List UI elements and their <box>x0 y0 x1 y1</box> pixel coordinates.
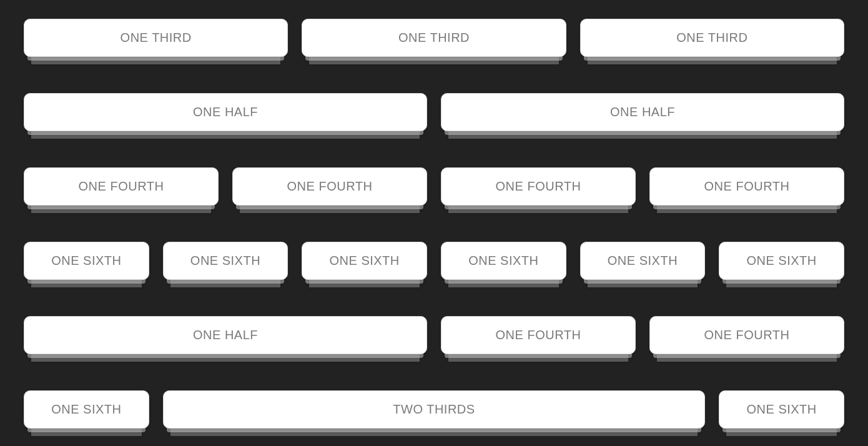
grid-column-one-half: ONE HALF <box>24 316 427 354</box>
column-label: ONE SIXTH <box>746 254 816 267</box>
grid-column-one-sixth: ONE SIXTH <box>580 242 706 280</box>
grid-row: ONE SIXTH ONE SIXTH ONE SIXTH ONE SIXTH … <box>24 242 844 280</box>
grid-column-one-fourth: ONE FOURTH <box>24 167 219 206</box>
column-label: ONE HALF <box>193 328 258 342</box>
grid-demo-container: ONE THIRD ONE THIRD ONE THIRD ONE HALF O… <box>24 19 844 429</box>
grid-column-one-fourth: ONE FOURTH <box>649 316 844 354</box>
column-label: ONE FOURTH <box>704 328 790 342</box>
grid-column-one-half: ONE HALF <box>24 93 427 131</box>
grid-row: ONE SIXTH TWO THIRDS ONE SIXTH <box>24 390 844 429</box>
column-label: ONE SIXTH <box>51 254 121 267</box>
column-label: ONE FOURTH <box>496 328 581 342</box>
grid-row: ONE HALF ONE HALF <box>24 93 844 131</box>
column-label: ONE SIXTH <box>468 254 538 267</box>
grid-row: ONE THIRD ONE THIRD ONE THIRD <box>24 19 844 57</box>
grid-column-one-fourth: ONE FOURTH <box>441 316 636 354</box>
column-label: ONE SIXTH <box>190 254 260 267</box>
column-label: ONE HALF <box>193 105 258 119</box>
column-label: ONE HALF <box>610 105 675 119</box>
column-label: ONE SIXTH <box>51 402 121 416</box>
column-label: ONE FOURTH <box>704 179 790 193</box>
column-label: ONE FOURTH <box>79 179 164 193</box>
column-label: ONE FOURTH <box>287 179 373 193</box>
column-label: ONE SIXTH <box>608 254 678 267</box>
column-label: TWO THIRDS <box>393 402 475 416</box>
column-label: ONE THIRD <box>676 31 747 44</box>
grid-column-one-sixth: ONE SIXTH <box>441 242 566 280</box>
column-label: ONE SIXTH <box>329 254 399 267</box>
grid-column-one-fourth: ONE FOURTH <box>441 167 636 206</box>
column-label: ONE FOURTH <box>496 179 581 193</box>
grid-column-two-thirds: TWO THIRDS <box>163 390 706 429</box>
grid-column-one-sixth: ONE SIXTH <box>163 242 289 280</box>
grid-column-one-sixth: ONE SIXTH <box>302 242 427 280</box>
grid-row: ONE FOURTH ONE FOURTH ONE FOURTH ONE FOU… <box>24 167 844 206</box>
column-label: ONE THIRD <box>398 31 470 44</box>
grid-column-one-sixth: ONE SIXTH <box>719 242 844 280</box>
grid-row: ONE HALF ONE FOURTH ONE FOURTH <box>24 316 844 354</box>
grid-column-one-third: ONE THIRD <box>580 19 844 57</box>
grid-column-one-sixth: ONE SIXTH <box>24 242 149 280</box>
column-label: ONE THIRD <box>121 31 192 44</box>
grid-column-one-fourth: ONE FOURTH <box>649 167 844 206</box>
grid-column-one-sixth: ONE SIXTH <box>24 390 149 429</box>
grid-column-one-half: ONE HALF <box>441 93 844 131</box>
grid-column-one-third: ONE THIRD <box>24 19 288 57</box>
grid-column-one-third: ONE THIRD <box>302 19 566 57</box>
grid-column-one-fourth: ONE FOURTH <box>232 167 427 206</box>
grid-column-one-sixth: ONE SIXTH <box>719 390 844 429</box>
column-label: ONE SIXTH <box>746 402 816 416</box>
